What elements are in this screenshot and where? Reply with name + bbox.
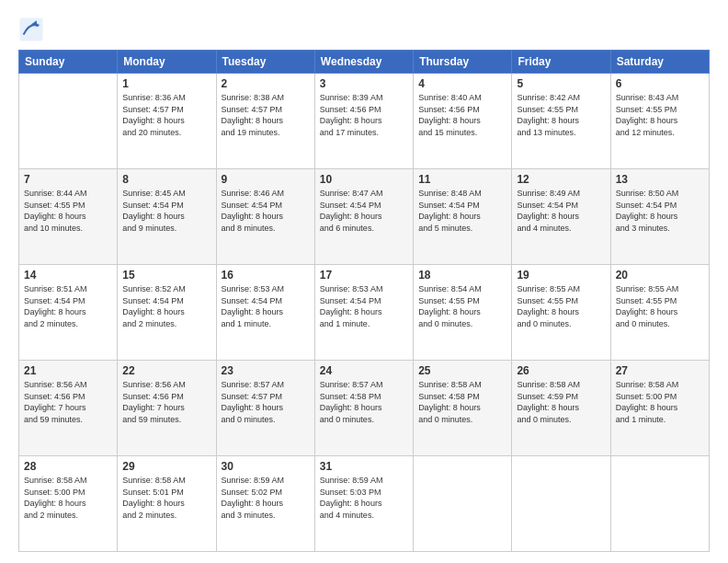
day-number: 30 bbox=[222, 460, 310, 473]
day-cell: 10Sunrise: 8:47 AM Sunset: 4:54 PM Dayli… bbox=[314, 169, 413, 265]
day-cell: 26Sunrise: 8:58 AM Sunset: 4:59 PM Dayli… bbox=[512, 361, 610, 456]
day-number: 28 bbox=[24, 460, 112, 473]
day-info: Sunrise: 8:45 AM Sunset: 4:54 PM Dayligh… bbox=[122, 188, 210, 234]
day-info: Sunrise: 8:58 AM Sunset: 5:01 PM Dayligh… bbox=[122, 475, 210, 521]
weekday-header-sunday: Sunday bbox=[19, 51, 118, 74]
day-cell: 14Sunrise: 8:51 AM Sunset: 4:54 PM Dayli… bbox=[19, 265, 118, 361]
day-number: 29 bbox=[122, 460, 210, 473]
day-info: Sunrise: 8:48 AM Sunset: 4:54 PM Dayligh… bbox=[418, 188, 506, 234]
day-cell: 4Sunrise: 8:40 AM Sunset: 4:56 PM Daylig… bbox=[414, 74, 512, 169]
logo-icon bbox=[18, 17, 44, 42]
day-info: Sunrise: 8:36 AM Sunset: 4:57 PM Dayligh… bbox=[122, 92, 210, 138]
day-number: 14 bbox=[24, 269, 112, 282]
day-info: Sunrise: 8:46 AM Sunset: 4:54 PM Dayligh… bbox=[222, 188, 310, 234]
page: SundayMondayTuesdayWednesdayThursdayFrid… bbox=[0, 0, 728, 563]
day-info: Sunrise: 8:58 AM Sunset: 4:59 PM Dayligh… bbox=[517, 379, 605, 425]
weekday-header-saturday: Saturday bbox=[610, 51, 709, 74]
week-row-2: 7Sunrise: 8:44 AM Sunset: 4:55 PM Daylig… bbox=[19, 169, 710, 265]
day-cell: 21Sunrise: 8:56 AM Sunset: 4:56 PM Dayli… bbox=[19, 361, 118, 456]
day-number: 13 bbox=[616, 173, 704, 186]
day-info: Sunrise: 8:57 AM Sunset: 4:57 PM Dayligh… bbox=[222, 379, 310, 425]
day-number: 7 bbox=[24, 173, 112, 186]
day-info: Sunrise: 8:53 AM Sunset: 4:54 PM Dayligh… bbox=[320, 283, 408, 329]
svg-rect-0 bbox=[19, 17, 42, 40]
day-info: Sunrise: 8:58 AM Sunset: 5:00 PM Dayligh… bbox=[24, 475, 112, 521]
day-info: Sunrise: 8:51 AM Sunset: 4:54 PM Dayligh… bbox=[24, 283, 112, 329]
day-info: Sunrise: 8:43 AM Sunset: 4:55 PM Dayligh… bbox=[616, 92, 704, 138]
day-info: Sunrise: 8:47 AM Sunset: 4:54 PM Dayligh… bbox=[320, 188, 408, 234]
day-number: 26 bbox=[517, 364, 605, 377]
day-cell: 13Sunrise: 8:50 AM Sunset: 4:54 PM Dayli… bbox=[610, 169, 709, 265]
day-number: 20 bbox=[616, 269, 704, 282]
day-number: 15 bbox=[122, 269, 210, 282]
day-cell: 12Sunrise: 8:49 AM Sunset: 4:54 PM Dayli… bbox=[512, 169, 610, 265]
day-cell: 6Sunrise: 8:43 AM Sunset: 4:55 PM Daylig… bbox=[610, 74, 709, 169]
day-number: 27 bbox=[616, 364, 704, 377]
week-row-5: 28Sunrise: 8:58 AM Sunset: 5:00 PM Dayli… bbox=[19, 456, 710, 552]
day-info: Sunrise: 8:56 AM Sunset: 4:56 PM Dayligh… bbox=[24, 379, 112, 425]
day-cell: 25Sunrise: 8:58 AM Sunset: 4:58 PM Dayli… bbox=[414, 361, 512, 456]
day-number: 1 bbox=[122, 77, 210, 90]
day-number: 31 bbox=[320, 460, 408, 473]
day-cell: 11Sunrise: 8:48 AM Sunset: 4:54 PM Dayli… bbox=[414, 169, 512, 265]
day-info: Sunrise: 8:38 AM Sunset: 4:57 PM Dayligh… bbox=[222, 92, 310, 138]
day-cell: 15Sunrise: 8:52 AM Sunset: 4:54 PM Dayli… bbox=[118, 265, 216, 361]
day-info: Sunrise: 8:49 AM Sunset: 4:54 PM Dayligh… bbox=[517, 188, 605, 234]
day-cell: 18Sunrise: 8:54 AM Sunset: 4:55 PM Dayli… bbox=[414, 265, 512, 361]
day-cell bbox=[19, 74, 118, 169]
weekday-header-thursday: Thursday bbox=[414, 51, 512, 74]
day-number: 6 bbox=[616, 77, 704, 90]
day-cell: 27Sunrise: 8:58 AM Sunset: 5:00 PM Dayli… bbox=[610, 361, 709, 456]
day-cell: 17Sunrise: 8:53 AM Sunset: 4:54 PM Dayli… bbox=[314, 265, 413, 361]
day-info: Sunrise: 8:58 AM Sunset: 5:00 PM Dayligh… bbox=[616, 379, 704, 425]
day-cell: 20Sunrise: 8:55 AM Sunset: 4:55 PM Dayli… bbox=[610, 265, 709, 361]
day-info: Sunrise: 8:50 AM Sunset: 4:54 PM Dayligh… bbox=[616, 188, 704, 234]
week-row-1: 1Sunrise: 8:36 AM Sunset: 4:57 PM Daylig… bbox=[19, 74, 710, 169]
day-cell: 28Sunrise: 8:58 AM Sunset: 5:00 PM Dayli… bbox=[19, 456, 118, 552]
day-info: Sunrise: 8:42 AM Sunset: 4:55 PM Dayligh… bbox=[517, 92, 605, 138]
day-number: 18 bbox=[418, 269, 506, 282]
day-number: 19 bbox=[517, 269, 605, 282]
day-cell: 30Sunrise: 8:59 AM Sunset: 5:02 PM Dayli… bbox=[216, 456, 314, 552]
day-number: 4 bbox=[418, 77, 506, 90]
day-cell: 5Sunrise: 8:42 AM Sunset: 4:55 PM Daylig… bbox=[512, 74, 610, 169]
day-number: 17 bbox=[320, 269, 408, 282]
day-info: Sunrise: 8:59 AM Sunset: 5:02 PM Dayligh… bbox=[222, 475, 310, 521]
day-number: 16 bbox=[222, 269, 310, 282]
day-cell: 2Sunrise: 8:38 AM Sunset: 4:57 PM Daylig… bbox=[216, 74, 314, 169]
day-number: 11 bbox=[418, 173, 506, 186]
day-number: 3 bbox=[320, 77, 408, 90]
day-info: Sunrise: 8:56 AM Sunset: 4:56 PM Dayligh… bbox=[122, 379, 210, 425]
weekday-header-monday: Monday bbox=[118, 51, 216, 74]
day-info: Sunrise: 8:39 AM Sunset: 4:56 PM Dayligh… bbox=[320, 92, 408, 138]
day-info: Sunrise: 8:40 AM Sunset: 4:56 PM Dayligh… bbox=[418, 92, 506, 138]
day-info: Sunrise: 8:57 AM Sunset: 4:58 PM Dayligh… bbox=[320, 379, 408, 425]
day-cell bbox=[512, 456, 610, 552]
day-number: 25 bbox=[418, 364, 506, 377]
week-row-3: 14Sunrise: 8:51 AM Sunset: 4:54 PM Dayli… bbox=[19, 265, 710, 361]
day-number: 21 bbox=[24, 364, 112, 377]
day-info: Sunrise: 8:58 AM Sunset: 4:58 PM Dayligh… bbox=[418, 379, 506, 425]
day-cell: 23Sunrise: 8:57 AM Sunset: 4:57 PM Dayli… bbox=[216, 361, 314, 456]
day-cell: 7Sunrise: 8:44 AM Sunset: 4:55 PM Daylig… bbox=[19, 169, 118, 265]
day-number: 23 bbox=[222, 364, 310, 377]
logo bbox=[18, 17, 46, 42]
calendar: SundayMondayTuesdayWednesdayThursdayFrid… bbox=[18, 50, 710, 552]
day-cell: 19Sunrise: 8:55 AM Sunset: 4:55 PM Dayli… bbox=[512, 265, 610, 361]
day-cell: 29Sunrise: 8:58 AM Sunset: 5:01 PM Dayli… bbox=[118, 456, 216, 552]
day-cell bbox=[610, 456, 709, 552]
day-cell: 9Sunrise: 8:46 AM Sunset: 4:54 PM Daylig… bbox=[216, 169, 314, 265]
weekday-header-row: SundayMondayTuesdayWednesdayThursdayFrid… bbox=[19, 51, 710, 74]
day-number: 5 bbox=[517, 77, 605, 90]
day-cell: 1Sunrise: 8:36 AM Sunset: 4:57 PM Daylig… bbox=[118, 74, 216, 169]
day-number: 9 bbox=[222, 173, 310, 186]
week-row-4: 21Sunrise: 8:56 AM Sunset: 4:56 PM Dayli… bbox=[19, 361, 710, 456]
day-info: Sunrise: 8:59 AM Sunset: 5:03 PM Dayligh… bbox=[320, 475, 408, 521]
day-cell: 16Sunrise: 8:53 AM Sunset: 4:54 PM Dayli… bbox=[216, 265, 314, 361]
day-cell: 8Sunrise: 8:45 AM Sunset: 4:54 PM Daylig… bbox=[118, 169, 216, 265]
day-number: 12 bbox=[517, 173, 605, 186]
day-info: Sunrise: 8:55 AM Sunset: 4:55 PM Dayligh… bbox=[616, 283, 704, 329]
day-number: 22 bbox=[122, 364, 210, 377]
day-number: 24 bbox=[320, 364, 408, 377]
day-number: 10 bbox=[320, 173, 408, 186]
